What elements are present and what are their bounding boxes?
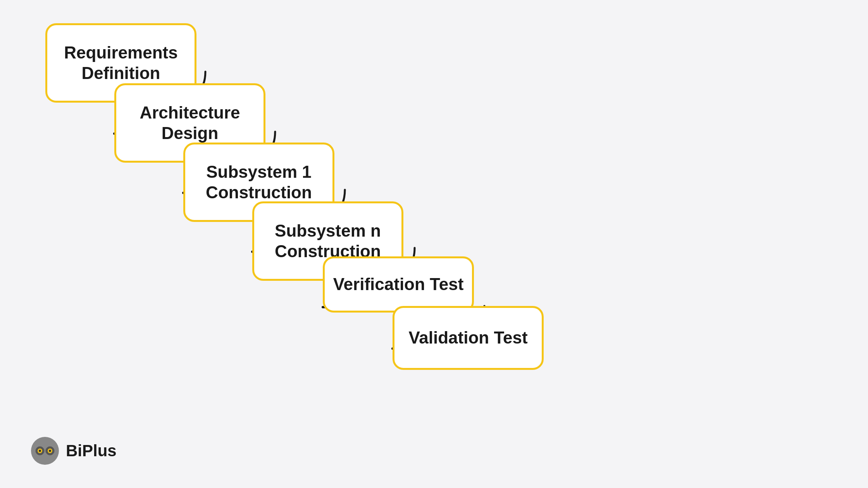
- subsystemn-construction-label: Subsystem n Construction: [275, 221, 381, 262]
- logo-area: BiPlus: [31, 437, 117, 465]
- validation-test-label: Validation Test: [408, 328, 527, 348]
- architecture-design-label: Architecture Design: [140, 103, 240, 144]
- requirements-definition-label: Requirements Definition: [64, 43, 177, 84]
- main-container: Requirements Definition Architecture Des…: [0, 0, 868, 488]
- verification-test-box: Verification Test: [323, 256, 474, 313]
- svg-point-5: [49, 450, 51, 452]
- verification-test-label: Verification Test: [333, 274, 464, 295]
- svg-point-4: [39, 450, 41, 452]
- validation-test-box: Validation Test: [393, 306, 544, 370]
- logo-icon: [31, 437, 59, 465]
- subsystem1-construction-label: Subsystem 1 Construction: [206, 162, 312, 203]
- logo-text: BiPlus: [66, 442, 117, 460]
